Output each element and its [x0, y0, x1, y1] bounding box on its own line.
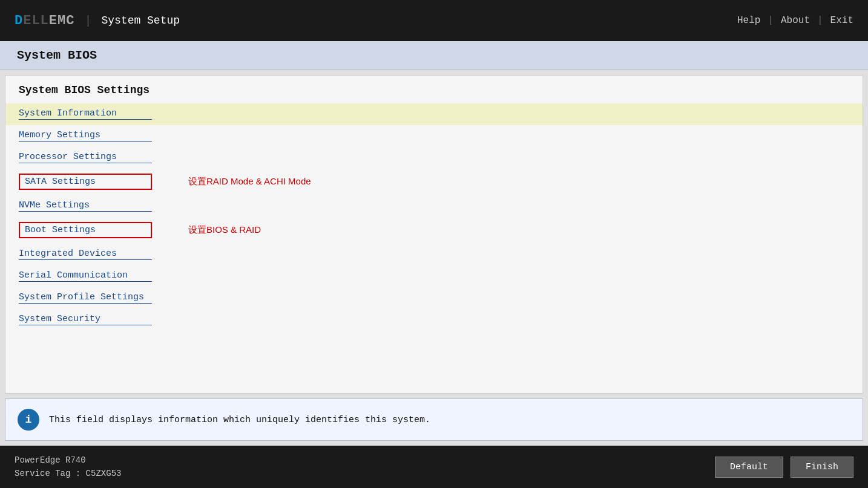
footer-line2: Service Tag : C5ZXG53: [15, 467, 121, 480]
footer-info: PowerEdge R740 Service Tag : C5ZXG53: [15, 454, 121, 481]
setting-item-system-security[interactable]: System Security: [5, 309, 863, 331]
footer: PowerEdge R740 Service Tag : C5ZXG53 Def…: [0, 446, 868, 488]
setting-annotation-sata-settings: 设置RAID Mode & ACHI Mode: [188, 176, 311, 187]
setting-label-sata-settings: SATA Settings: [19, 174, 152, 190]
bios-titlebar: System BIOS: [0, 41, 868, 70]
setting-item-system-profile-settings[interactable]: System Profile Settings: [5, 287, 863, 309]
about-link[interactable]: About: [781, 15, 810, 26]
dell-logo: DELLEMC: [15, 13, 74, 28]
content-header: System BIOS Settings: [5, 76, 863, 101]
setting-item-system-information[interactable]: System Information: [5, 103, 863, 125]
header-nav: Help | About | Exit: [737, 15, 853, 26]
setting-item-processor-settings[interactable]: Processor Settings: [5, 147, 863, 169]
nav-sep-2: |: [817, 15, 823, 26]
settings-list[interactable]: System InformationMemory SettingsProcess…: [5, 101, 863, 393]
exit-link[interactable]: Exit: [830, 15, 853, 26]
header-title: System Setup: [101, 15, 180, 27]
setting-item-nvme-settings[interactable]: NVMe Settings: [5, 195, 863, 217]
content-header-text: System BIOS Settings: [19, 84, 150, 96]
setting-item-serial-communication[interactable]: Serial Communication: [5, 265, 863, 287]
setting-label-system-security: System Security: [19, 314, 152, 325]
footer-line1: PowerEdge R740: [15, 454, 121, 467]
setting-item-boot-settings[interactable]: Boot Settings设置BIOS & RAID: [5, 217, 863, 244]
setting-annotation-boot-settings: 设置BIOS & RAID: [188, 224, 261, 236]
header-left: DELLEMC | System Setup: [15, 13, 180, 28]
help-link[interactable]: Help: [737, 15, 760, 26]
bios-title: System BIOS: [17, 48, 97, 62]
info-text: This field displays information which un…: [49, 415, 430, 425]
finish-button[interactable]: Finish: [791, 457, 853, 478]
header-divider: |: [84, 14, 91, 28]
setting-item-integrated-devices[interactable]: Integrated Devices: [5, 244, 863, 265]
setting-label-boot-settings: Boot Settings: [19, 222, 152, 238]
footer-buttons: Default Finish: [715, 457, 853, 478]
setting-label-system-information: System Information: [19, 108, 152, 120]
info-icon: i: [18, 409, 39, 431]
setting-item-sata-settings[interactable]: SATA Settings设置RAID Mode & ACHI Mode: [5, 169, 863, 195]
settings-scroll-container: System InformationMemory SettingsProcess…: [5, 101, 863, 393]
info-bar: i This field displays information which …: [5, 399, 863, 441]
setting-label-processor-settings: Processor Settings: [19, 152, 152, 163]
content-area: System BIOS Settings System InformationM…: [5, 75, 863, 394]
default-button[interactable]: Default: [715, 457, 783, 478]
nav-sep-1: |: [768, 15, 774, 26]
setting-item-memory-settings[interactable]: Memory Settings: [5, 125, 863, 147]
header: DELLEMC | System Setup Help | About | Ex…: [0, 0, 868, 41]
setting-label-memory-settings: Memory Settings: [19, 130, 152, 142]
main-wrapper: System BIOS System BIOS Settings System …: [0, 41, 868, 446]
setting-label-integrated-devices: Integrated Devices: [19, 249, 152, 260]
setting-label-serial-communication: Serial Communication: [19, 270, 152, 282]
setting-label-system-profile-settings: System Profile Settings: [19, 292, 152, 304]
setting-label-nvme-settings: NVMe Settings: [19, 200, 152, 212]
